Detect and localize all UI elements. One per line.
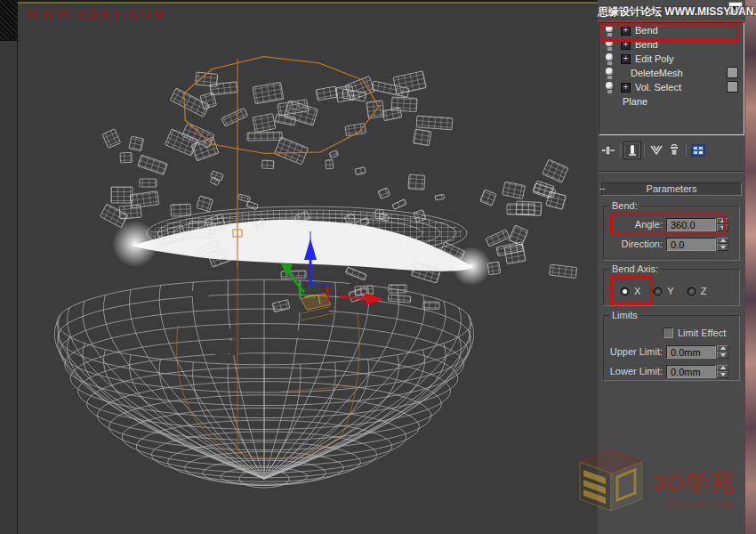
stack-row-bend-2[interactable]: Bend <box>599 37 744 52</box>
expand-icon[interactable] <box>621 40 631 50</box>
watermark-missyuan: 思缘设计论坛 WWW.MISSYUAN.COM <box>598 4 745 20</box>
lightbulb-icon[interactable] <box>605 39 615 51</box>
bottom-dome-wireframe <box>54 279 473 488</box>
spinner-down[interactable] <box>717 352 728 359</box>
radio-button-icon[interactable] <box>620 287 630 296</box>
stack-row-deletemesh[interactable]: DeleteMesh <box>599 66 744 80</box>
radio-y[interactable]: Y <box>653 286 673 296</box>
lightbulb-icon[interactable] <box>605 25 615 36</box>
spinner-up[interactable] <box>717 345 728 352</box>
lightbulb-icon[interactable] <box>605 82 615 93</box>
lower-limit-field[interactable]: 0.0mm <box>666 365 716 378</box>
viewport-canvas[interactable] <box>18 0 598 534</box>
watermark-missyuan-underline <box>598 20 745 22</box>
lower-limit-label: Lower Limit: <box>604 366 663 376</box>
upper-limit-field[interactable]: 0.0mm <box>666 345 716 359</box>
make-unique-icon <box>648 142 664 158</box>
modifier-label: DeleteMesh <box>631 68 683 78</box>
screenshot-root: WWW.3DXY.COM Modifier List 思缘设计论坛 WWW.MI… <box>0 0 756 534</box>
toolbar-separator <box>644 143 645 158</box>
toolbar-separator <box>686 143 687 158</box>
radio-x[interactable]: X <box>620 286 640 296</box>
direction-field[interactable]: 0.0 <box>666 238 716 251</box>
background-photo-edge <box>745 0 756 534</box>
modifier-label: Bend <box>635 25 658 36</box>
torus-face-patches <box>100 71 576 312</box>
modifier-toggle-box[interactable] <box>727 81 738 93</box>
lower-limit-spinner[interactable] <box>717 365 728 378</box>
direction-label: Direction: <box>604 239 663 249</box>
watermark-3dxy: WWW.3DXY.COM <box>27 6 168 21</box>
limit-effect-label: Limit Effect <box>678 328 726 338</box>
modifier-label: Edit Poly <box>635 53 673 64</box>
direction-spinner[interactable] <box>717 238 728 251</box>
configure-modifier-sets-icon <box>690 142 706 158</box>
stack-row-bend-1[interactable]: Bend <box>599 23 744 37</box>
toolbar-texture <box>0 0 18 41</box>
expand-icon[interactable] <box>621 83 631 93</box>
limits-group: Limits Limit Effect Upper Limit: 0.0mm L… <box>603 315 740 381</box>
radio-button-icon[interactable] <box>653 287 663 296</box>
pin-stack-button[interactable] <box>599 142 617 159</box>
panel-divider <box>598 171 745 173</box>
modifier-label: Bend <box>635 39 658 50</box>
angle-spinner[interactable] <box>717 218 728 231</box>
stack-row-plane[interactable]: Plane <box>599 94 744 109</box>
upper-limit-spinner[interactable] <box>717 345 728 359</box>
expand-icon[interactable] <box>621 26 631 36</box>
angle-label: Angle: <box>604 219 663 230</box>
spinner-down[interactable] <box>717 224 728 231</box>
lightbulb-icon[interactable] <box>605 68 615 79</box>
spinner-up[interactable] <box>717 218 728 225</box>
spinner-up[interactable] <box>717 238 728 245</box>
modifier-label: Vol. Select <box>635 82 681 93</box>
bend-axis-legend: Bend Axis: <box>609 263 661 274</box>
modifier-stack-list: Bend Bend Edit Poly DeleteMesh <box>599 22 744 135</box>
configure-modifier-sets-button[interactable] <box>689 142 707 159</box>
stack-row-vol-select[interactable]: Vol. Select <box>599 80 744 94</box>
pin-stack-icon <box>600 142 616 158</box>
remove-modifier-button[interactable] <box>665 142 683 159</box>
spinner-up[interactable] <box>717 365 728 372</box>
left-toolbar-strip <box>0 0 18 534</box>
rollout-title: Parameters <box>647 183 697 194</box>
bend-group: Bend: Angle: 360.0 Direction: 0.0 <box>603 206 740 261</box>
limits-legend: Limits <box>609 310 640 320</box>
dome-deleted-faces <box>190 278 373 356</box>
radio-button-icon[interactable] <box>687 287 696 296</box>
command-panel: Modifier List 思缘设计论坛 WWW.MISSYUAN.COM Be… <box>598 0 745 534</box>
angle-field[interactable]: 360.0 <box>666 218 716 231</box>
remove-modifier-icon <box>666 142 682 158</box>
lightbulb-icon[interactable] <box>605 53 615 65</box>
show-end-result-button[interactable] <box>623 142 641 159</box>
make-unique-button[interactable] <box>647 142 665 159</box>
upper-limit-label: Upper Limit: <box>604 346 663 357</box>
radio-x-label: X <box>634 286 640 296</box>
radio-z-label: Z <box>701 286 707 296</box>
radio-y-label: Y <box>667 286 673 296</box>
radio-z[interactable]: Z <box>687 286 707 296</box>
perspective-viewport[interactable]: WWW.3DXY.COM <box>18 0 598 534</box>
toolbar-separator <box>620 143 621 158</box>
bend-group-legend: Bend: <box>609 200 640 211</box>
stack-toolbar <box>599 140 744 161</box>
collapse-icon <box>599 183 605 195</box>
modifier-toggle-box[interactable] <box>727 67 738 78</box>
show-end-result-icon <box>624 142 640 158</box>
limit-effect-checkbox[interactable] <box>663 328 673 338</box>
spinner-down[interactable] <box>717 244 728 251</box>
parameters-rollout-header[interactable]: Parameters <box>601 182 742 196</box>
expand-icon[interactable] <box>621 54 631 64</box>
stack-row-edit-poly[interactable]: Edit Poly <box>599 52 744 66</box>
bend-axis-group: Bend Axis: X Y Z <box>603 269 740 306</box>
spinner-down[interactable] <box>717 371 728 378</box>
base-object-label: Plane <box>623 96 647 107</box>
